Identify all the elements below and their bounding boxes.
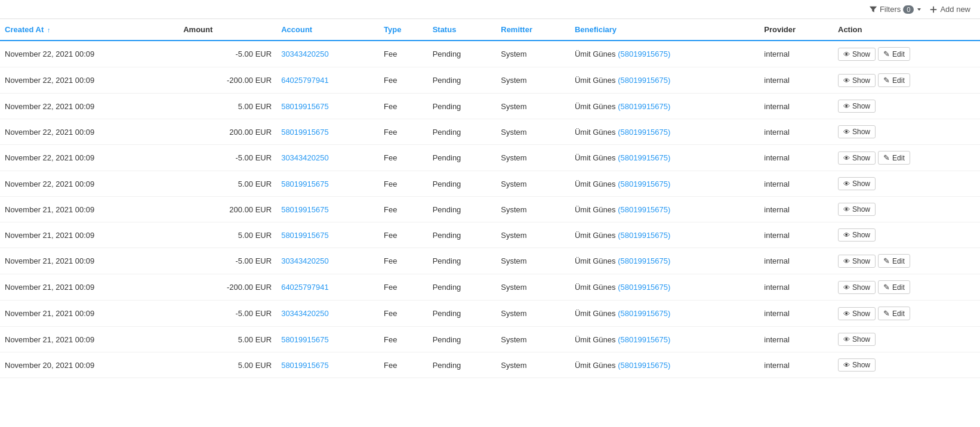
cell-account[interactable]: 64025797941 bbox=[276, 274, 379, 301]
show-button[interactable]: 👁 Show bbox=[838, 125, 876, 138]
cell-action: 👁 Show bbox=[833, 222, 980, 248]
show-button[interactable]: 👁 Show bbox=[838, 203, 876, 216]
beneficiary-id-link[interactable]: (58019915675) bbox=[618, 205, 670, 214]
cell-amount: 5.00 EUR bbox=[178, 222, 276, 248]
cell-account[interactable]: 30343420250 bbox=[276, 301, 379, 327]
col-created-at[interactable]: Created At ↑ bbox=[0, 19, 178, 41]
cell-account[interactable]: 58019915675 bbox=[276, 171, 379, 197]
action-buttons: 👁 Show bbox=[838, 333, 975, 346]
cell-remitter: System bbox=[496, 301, 570, 327]
cell-account[interactable]: 58019915675 bbox=[276, 94, 379, 119]
beneficiary-id-link[interactable]: (58019915675) bbox=[618, 128, 670, 137]
cell-remitter: System bbox=[496, 41, 570, 67]
show-button[interactable]: 👁 Show bbox=[838, 74, 876, 87]
cell-amount: 5.00 EUR bbox=[178, 171, 276, 197]
col-amount[interactable]: Amount bbox=[178, 19, 276, 41]
account-link[interactable]: 58019915675 bbox=[281, 335, 329, 344]
action-buttons: 👁 Show bbox=[838, 100, 975, 113]
beneficiary-id-link[interactable]: (58019915675) bbox=[618, 309, 670, 318]
show-button[interactable]: 👁 Show bbox=[838, 228, 876, 242]
show-button[interactable]: 👁 Show bbox=[838, 48, 876, 61]
cell-created-at: November 21, 2021 00:09 bbox=[0, 222, 178, 248]
cell-action: 👁 Show✎ Edit bbox=[833, 274, 980, 301]
beneficiary-id-link[interactable]: (58019915675) bbox=[618, 153, 670, 162]
cell-account[interactable]: 58019915675 bbox=[276, 352, 379, 378]
col-status[interactable]: Status bbox=[428, 19, 497, 41]
cell-action: 👁 Show✎ Edit bbox=[833, 248, 980, 274]
edit-button[interactable]: ✎ Edit bbox=[878, 307, 910, 320]
cell-created-at: November 22, 2021 00:09 bbox=[0, 171, 178, 197]
cell-account[interactable]: 30343420250 bbox=[276, 145, 379, 171]
show-button[interactable]: 👁 Show bbox=[838, 307, 876, 320]
show-button[interactable]: 👁 Show bbox=[838, 333, 876, 346]
account-link[interactable]: 58019915675 bbox=[281, 231, 329, 240]
cell-status: Pending bbox=[428, 67, 497, 94]
top-bar: Filters 0 Add new bbox=[0, 0, 980, 19]
table-row: November 21, 2021 00:09-200.00 EUR640257… bbox=[0, 274, 980, 301]
cell-amount: -200.00 EUR bbox=[178, 67, 276, 94]
account-link[interactable]: 58019915675 bbox=[281, 361, 329, 370]
edit-button[interactable]: ✎ Edit bbox=[878, 47, 910, 61]
account-link[interactable]: 64025797941 bbox=[281, 76, 329, 85]
show-button[interactable]: 👁 Show bbox=[838, 100, 876, 113]
cell-account[interactable]: 58019915675 bbox=[276, 119, 379, 145]
show-button[interactable]: 👁 Show bbox=[838, 151, 876, 165]
account-link[interactable]: 58019915675 bbox=[281, 205, 329, 214]
cell-created-at: November 20, 2021 00:09 bbox=[0, 352, 178, 378]
filters-button[interactable]: Filters 0 bbox=[869, 5, 923, 14]
beneficiary-id-link[interactable]: (58019915675) bbox=[618, 180, 670, 188]
table-row: November 22, 2021 00:09-5.00 EUR30343420… bbox=[0, 41, 980, 67]
col-beneficiary[interactable]: Beneficiary bbox=[570, 19, 759, 41]
cell-created-at: November 21, 2021 00:09 bbox=[0, 274, 178, 301]
cell-amount: -5.00 EUR bbox=[178, 41, 276, 67]
beneficiary-id-link[interactable]: (58019915675) bbox=[618, 76, 670, 85]
beneficiary-id-link[interactable]: (58019915675) bbox=[618, 361, 670, 370]
show-button[interactable]: 👁 Show bbox=[838, 255, 876, 268]
edit-button[interactable]: ✎ Edit bbox=[878, 280, 910, 294]
account-link[interactable]: 64025797941 bbox=[281, 283, 329, 292]
account-link[interactable]: 58019915675 bbox=[281, 102, 329, 111]
col-account[interactable]: Account bbox=[276, 19, 379, 41]
cell-beneficiary: Ümit Günes (58019915675) bbox=[570, 222, 759, 248]
cell-type: Fee bbox=[379, 197, 428, 222]
cell-account[interactable]: 58019915675 bbox=[276, 197, 379, 222]
col-remitter[interactable]: Remitter bbox=[496, 19, 570, 41]
edit-button[interactable]: ✎ Edit bbox=[878, 254, 910, 268]
col-type[interactable]: Type bbox=[379, 19, 428, 41]
add-new-button[interactable]: Add new bbox=[929, 5, 970, 14]
beneficiary-id-link[interactable]: (58019915675) bbox=[618, 231, 670, 240]
filters-label: Filters bbox=[880, 5, 901, 14]
beneficiary-id-link[interactable]: (58019915675) bbox=[618, 256, 670, 265]
cell-account[interactable]: 30343420250 bbox=[276, 248, 379, 274]
account-link[interactable]: 58019915675 bbox=[281, 180, 329, 188]
action-buttons: 👁 Show bbox=[838, 228, 975, 242]
eye-icon: 👁 bbox=[843, 51, 850, 58]
cell-account[interactable]: 64025797941 bbox=[276, 67, 379, 94]
cell-remitter: System bbox=[496, 171, 570, 197]
beneficiary-id-link[interactable]: (58019915675) bbox=[618, 283, 670, 292]
cell-status: Pending bbox=[428, 119, 497, 145]
edit-button[interactable]: ✎ Edit bbox=[878, 151, 910, 165]
cell-type: Fee bbox=[379, 248, 428, 274]
cell-amount: -5.00 EUR bbox=[178, 301, 276, 327]
beneficiary-id-link[interactable]: (58019915675) bbox=[618, 102, 670, 111]
cell-beneficiary: Ümit Günes (58019915675) bbox=[570, 171, 759, 197]
beneficiary-name: Ümit Günes bbox=[575, 180, 618, 188]
show-button[interactable]: 👁 Show bbox=[838, 358, 876, 372]
beneficiary-id-link[interactable]: (58019915675) bbox=[618, 335, 670, 344]
account-link[interactable]: 58019915675 bbox=[281, 128, 329, 137]
action-buttons: 👁 Show✎ Edit bbox=[838, 307, 975, 320]
show-button[interactable]: 👁 Show bbox=[838, 281, 876, 294]
cell-account[interactable]: 30343420250 bbox=[276, 41, 379, 67]
account-link[interactable]: 30343420250 bbox=[281, 309, 329, 318]
cell-provider: internal bbox=[759, 67, 833, 94]
beneficiary-id-link[interactable]: (58019915675) bbox=[618, 49, 670, 58]
cell-account[interactable]: 58019915675 bbox=[276, 327, 379, 352]
edit-button[interactable]: ✎ Edit bbox=[878, 73, 910, 87]
show-button[interactable]: 👁 Show bbox=[838, 177, 876, 190]
col-provider[interactable]: Provider bbox=[759, 19, 833, 41]
account-link[interactable]: 30343420250 bbox=[281, 49, 329, 58]
account-link[interactable]: 30343420250 bbox=[281, 153, 329, 162]
cell-account[interactable]: 58019915675 bbox=[276, 222, 379, 248]
account-link[interactable]: 30343420250 bbox=[281, 256, 329, 265]
